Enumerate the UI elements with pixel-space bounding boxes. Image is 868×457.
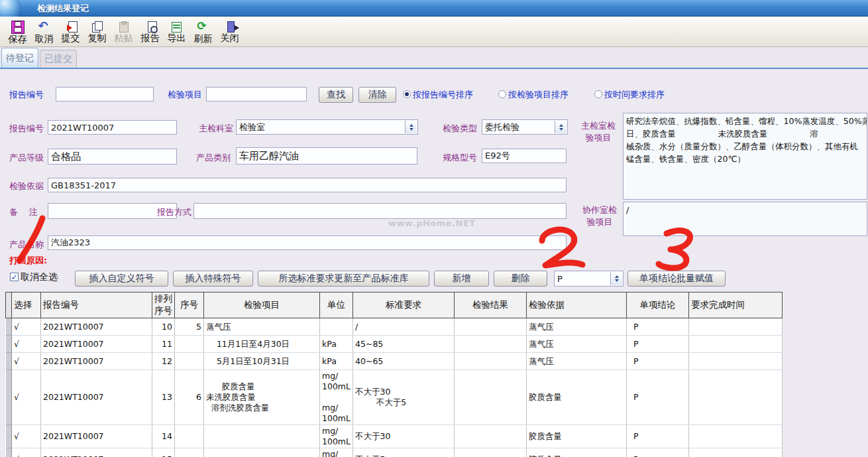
insert-custom-symbol-button[interactable]: 插入自定义符号 [75,271,168,287]
cell-unit[interactable]: kPa [320,353,353,370]
cell-order-no[interactable]: 11 [152,336,175,353]
report-no-field[interactable]: 2021WT10007 [48,120,177,135]
coop-items-textarea[interactable]: / [623,202,867,236]
cell-item[interactable]: 11月1日至4月30日 [204,336,320,353]
cell-due-time[interactable] [689,336,783,353]
basis-field[interactable]: GB18351-2017 [48,178,567,192]
col-standard[interactable]: 标准要求 [353,293,455,318]
cell-conclusion[interactable]: P [627,318,689,336]
paste-button[interactable]: 粘贴 [111,18,136,47]
cell-result[interactable] [455,336,527,353]
cell-conclusion[interactable]: P [627,353,689,370]
grade-field[interactable]: 合格品 [48,149,177,164]
cell-basis[interactable]: 胶质含量 [527,425,627,448]
cell-report-no[interactable]: 2021WT10007 [41,318,152,336]
cell-standard[interactable]: 不大于30 不大于5 [353,370,455,425]
cell-item[interactable]: 5月1日至10月31日 [204,353,320,370]
report-button[interactable]: 报告 [137,18,163,47]
cell-seq-no[interactable] [175,448,204,457]
cell-select[interactable]: √ [12,353,41,370]
cell-report-no[interactable]: 2021WT10007 [41,448,152,457]
col-basis[interactable]: 检验依据 [527,293,627,318]
cell-report-no[interactable]: 2021WT10007 [41,370,152,425]
cell-conclusion[interactable]: P [627,448,689,457]
cell-order-no[interactable]: 15 [152,448,175,457]
cell-basis[interactable]: 蒸气压 [527,353,627,370]
cell-item[interactable]: 胶质含量 未洗胶质含量 溶剂洗胶质含量 [204,370,320,425]
copy-button[interactable]: 复制 [84,18,110,47]
tab-submitted[interactable]: 已提交 [40,50,77,68]
col-due-time[interactable]: 要求完成时间 [689,293,783,318]
cell-order-no[interactable]: 14 [152,425,175,448]
cell-standard[interactable]: 40~65 [353,353,455,370]
cell-standard[interactable]: / [353,318,455,336]
cell-unit[interactable]: mg/ 100mL [320,448,353,457]
cell-seq-no[interactable] [175,336,204,353]
main-dept-select[interactable]: 检验室 [236,119,418,135]
cell-item[interactable] [204,425,320,448]
cell-result[interactable] [455,448,527,457]
refresh-button[interactable]: 刷新 [190,18,216,47]
search-report-no-input[interactable] [56,87,154,101]
spec-field[interactable]: E92号 [482,149,567,163]
cell-conclusion[interactable]: P [627,425,689,448]
cell-standard[interactable]: 不大于5 [353,448,455,457]
cell-order-no[interactable]: 13 [152,370,175,425]
cell-due-time[interactable] [689,370,783,425]
delete-button[interactable]: 删除 [494,271,547,287]
col-item[interactable]: 检验项目 [204,293,320,318]
combo-spinner-icon[interactable] [555,121,567,133]
cell-seq-no[interactable] [175,425,204,448]
report-mode-field[interactable] [193,203,567,219]
cancel-button[interactable]: 取消 [31,18,57,47]
cell-select[interactable]: √ [12,370,41,425]
cell-basis[interactable]: 胶质含量 [527,448,627,457]
category-field[interactable]: 车用乙醇汽油 [236,147,417,164]
cell-conclusion[interactable]: P [627,370,689,425]
export-button[interactable]: 导出 [164,18,190,47]
combo-spinner-icon[interactable] [405,121,417,133]
find-button[interactable]: 查找 [319,87,353,103]
cell-due-time[interactable] [689,448,783,457]
col-result[interactable]: 检验结果 [455,293,527,318]
cell-basis[interactable]: 蒸气压 [527,318,627,336]
cell-unit[interactable]: kPa [320,336,353,353]
cell-standard[interactable]: 不大于30 [353,425,455,448]
cell-item[interactable] [204,448,320,457]
inspect-type-select[interactable]: 委托检验 [482,119,568,135]
tab-pending[interactable]: 待登记 [1,48,38,68]
cell-due-time[interactable] [689,318,783,336]
cell-report-no[interactable]: 2021WT10007 [41,425,152,448]
col-seq-no[interactable]: 序号 [175,293,204,318]
cell-select[interactable]: √ [12,336,41,353]
insert-special-symbol-button[interactable]: 插入特殊符号 [173,271,253,287]
close-button[interactable]: 关闭 [217,18,243,47]
add-button[interactable]: 新增 [434,271,489,287]
cell-item[interactable]: 蒸气压 [204,318,320,336]
cell-basis[interactable]: 胶质含量 [527,370,627,425]
cell-result[interactable] [455,318,527,336]
assign-conclusion-button[interactable]: 单项结论批量赋值 [627,271,726,287]
cell-conclusion[interactable]: P [627,336,689,353]
cell-report-no[interactable]: 2021WT10007 [41,336,152,353]
cell-select[interactable]: √ [12,448,41,457]
col-unit[interactable]: 单位 [320,293,353,318]
cell-standard[interactable]: 45~85 [353,336,455,353]
search-item-input[interactable] [206,87,307,101]
cell-unit[interactable]: mg/ 100mL mg/ 100mL [320,370,353,425]
radio-sort-time[interactable] [594,90,602,98]
conclusion-select[interactable]: P [554,271,624,287]
cell-order-no[interactable]: 10 [152,318,175,336]
cell-select[interactable]: √ [12,318,41,336]
cell-result[interactable] [455,370,527,425]
col-report-no[interactable]: 报告编号 [41,293,152,318]
cell-seq-no[interactable]: 5 [175,318,204,336]
cell-report-no[interactable]: 2021WT10007 [41,353,152,370]
product-name-field[interactable]: 汽油2323 [48,235,567,250]
cell-seq-no[interactable] [175,353,204,370]
update-standard-button[interactable]: 所选标准要求更新至产品标准库 [258,271,429,287]
cell-unit[interactable]: mg/ 100mL [320,425,353,448]
cell-seq-no[interactable]: 6 [175,370,204,425]
cell-result[interactable] [455,353,527,370]
combo-spinner-icon[interactable] [610,272,622,285]
